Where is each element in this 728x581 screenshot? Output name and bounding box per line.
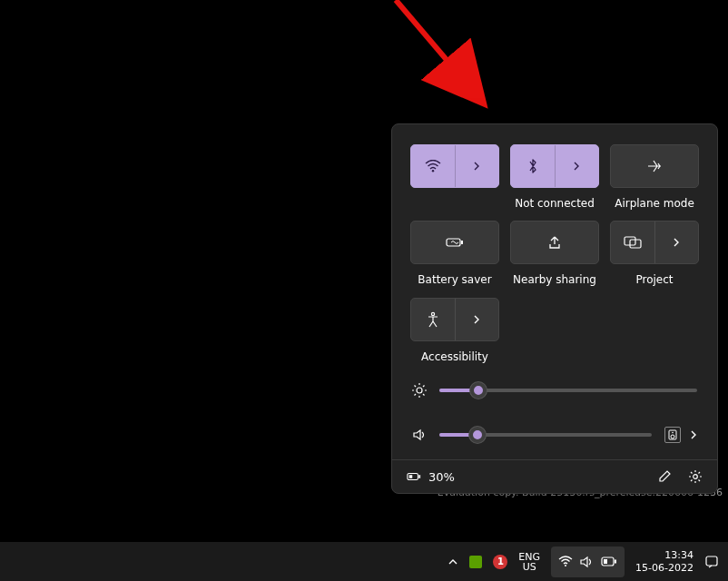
tile-wifi — [410, 144, 499, 210]
lang-top: ENG — [518, 552, 540, 562]
clock-date-text: 15-06-2022 — [635, 562, 694, 574]
svg-rect-20 — [418, 475, 420, 478]
battery-icon — [407, 469, 421, 484]
wifi-expand[interactable] — [456, 145, 499, 187]
volume-tray-icon — [580, 556, 594, 568]
battery-percent-text: 30% — [428, 470, 455, 484]
airplane-toggle[interactable] — [610, 144, 699, 188]
security-alert-badge[interactable]: 1 — [493, 555, 507, 569]
brightness-slider[interactable] — [439, 389, 697, 392]
quick-settings-panel: Not connected Airplane mode Battery save… — [391, 123, 718, 494]
svg-point-7 — [417, 388, 422, 393]
accessibility-label: Accessibility — [421, 350, 488, 363]
battery-status[interactable]: 30% — [407, 469, 455, 484]
svg-point-6 — [431, 312, 434, 315]
nearby-sharing-toggle[interactable] — [510, 221, 599, 264]
svg-rect-24 — [602, 557, 614, 566]
desktop: Evaluation copy. Build 25136.rs_prerelea… — [0, 0, 728, 542]
clock-date[interactable]: 13:34 15-06-2022 — [635, 549, 694, 573]
notification-center-icon[interactable] — [704, 555, 719, 569]
svg-rect-27 — [706, 556, 717, 566]
svg-rect-19 — [408, 473, 418, 479]
tile-project: Project — [610, 221, 699, 286]
svg-point-23 — [565, 565, 566, 566]
project-label: Project — [635, 273, 673, 286]
taskbar: 1 ENG US 13:34 15-06-2022 — [0, 542, 728, 581]
system-tray: 1 ENG US 13:34 15-06-2022 — [438, 542, 728, 581]
svg-point-18 — [672, 432, 674, 434]
audio-output-button[interactable] — [664, 427, 681, 443]
wifi-toggle[interactable] — [410, 144, 499, 188]
chevron-right-icon[interactable] — [690, 430, 697, 439]
battery-tray-icon — [601, 556, 617, 566]
wifi-icon — [411, 145, 455, 187]
svg-rect-21 — [409, 475, 413, 478]
project-expand[interactable] — [655, 222, 699, 263]
battery-saver-icon — [446, 236, 464, 249]
nvidia-tray-icon[interactable] — [469, 556, 482, 568]
sliders-section — [392, 379, 717, 459]
edit-button[interactable] — [657, 469, 672, 484]
brightness-slider-row — [412, 383, 697, 398]
panel-footer: 30% — [392, 459, 717, 493]
battery-saver-label: Battery saver — [418, 273, 491, 286]
svg-point-22 — [694, 475, 698, 479]
project-toggle[interactable] — [610, 221, 699, 264]
tile-bluetooth: Not connected — [510, 144, 599, 210]
tile-airplane: Airplane mode — [610, 144, 699, 210]
chevron-right-icon — [472, 162, 481, 171]
tray-overflow-chevron[interactable] — [448, 557, 458, 566]
lang-bottom: US — [523, 562, 536, 572]
accessibility-toggle[interactable] — [410, 298, 499, 341]
svg-line-14 — [423, 386, 425, 388]
annotation-arrow — [390, 0, 499, 113]
settings-button[interactable] — [688, 469, 703, 484]
svg-line-15 — [415, 394, 417, 396]
svg-point-17 — [671, 435, 674, 438]
tile-grid: Not connected Airplane mode Battery save… — [392, 124, 717, 379]
tile-battery-saver: Battery saver — [410, 221, 499, 286]
language-switcher[interactable]: ENG US — [518, 552, 540, 572]
bluetooth-label: Not connected — [515, 197, 595, 210]
volume-slider-row — [412, 427, 697, 443]
chevron-right-icon — [572, 162, 581, 171]
airplane-icon — [646, 158, 663, 174]
share-icon — [546, 235, 563, 250]
battery-saver-toggle[interactable] — [410, 221, 499, 264]
tile-accessibility: Accessibility — [410, 298, 499, 363]
wifi-tray-icon — [558, 556, 573, 567]
bluetooth-expand[interactable] — [556, 145, 599, 187]
tile-nearby-sharing: Nearby sharing — [510, 221, 599, 286]
nearby-sharing-label: Nearby sharing — [513, 273, 596, 286]
svg-line-12 — [415, 386, 417, 388]
svg-line-13 — [423, 394, 425, 396]
bluetooth-icon — [511, 145, 555, 187]
svg-line-0 — [396, 0, 477, 96]
accessibility-icon — [411, 299, 455, 340]
svg-point-1 — [432, 170, 434, 172]
clock-time: 13:34 — [664, 549, 694, 561]
volume-icon — [412, 428, 427, 442]
svg-rect-25 — [615, 560, 616, 564]
airplane-label: Airplane mode — [615, 197, 694, 210]
volume-slider[interactable] — [439, 433, 652, 437]
brightness-icon — [412, 383, 427, 398]
chevron-right-icon — [472, 315, 481, 324]
svg-rect-26 — [604, 559, 607, 564]
svg-rect-3 — [461, 241, 463, 244]
network-sound-battery-cluster[interactable] — [551, 547, 625, 577]
chevron-right-icon — [672, 238, 681, 247]
bluetooth-toggle[interactable] — [510, 144, 599, 188]
project-icon — [611, 222, 654, 263]
accessibility-expand[interactable] — [456, 299, 499, 340]
